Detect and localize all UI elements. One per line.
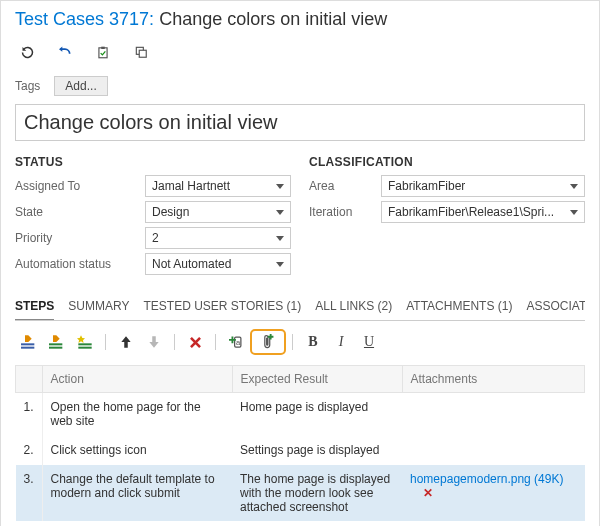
step-attachments[interactable] [402,393,584,436]
assigned-to-label: Assigned To [15,179,145,193]
step-action[interactable]: Change the default template to modern an… [42,465,232,522]
step-number: 2. [16,436,43,465]
chevron-down-icon [276,262,284,267]
italic-icon[interactable]: I [327,331,355,353]
svg-rect-9 [78,347,91,349]
clipboard-icon[interactable] [95,44,111,60]
classification-section: CLASSIFICATION Area FabrikamFiber Iterat… [309,155,585,279]
step-action[interactable]: Open the home page for the web site [42,393,232,436]
step-expected[interactable]: Home page is displayed [232,393,402,436]
insert-parameter-icon[interactable]: a [222,331,250,353]
separator [105,334,106,350]
create-shared-steps-icon[interactable] [71,331,99,353]
priority-label: Priority [15,231,145,245]
svg-rect-7 [49,347,62,349]
move-up-icon[interactable] [112,331,140,353]
separator [215,334,216,350]
priority-dropdown[interactable]: 2 [145,227,291,249]
svg-rect-4 [21,343,34,345]
svg-rect-6 [49,343,62,345]
delete-step-icon[interactable] [181,331,209,353]
steps-toolbar: a B I U [15,321,585,361]
tab-tested-stories[interactable]: TESTED USER STORIES (1) [143,293,301,320]
svg-rect-1 [101,46,105,48]
tags-row: Tags Add... [15,76,585,96]
insert-step-icon[interactable] [15,331,43,353]
step-attachments[interactable] [402,436,584,465]
step-action[interactable]: Click settings icon [42,436,232,465]
automation-status-label: Automation status [15,257,145,271]
step-number: 3. [16,465,43,522]
col-expected[interactable]: Expected Result [232,366,402,393]
insert-shared-step-icon[interactable] [43,331,71,353]
step-number: 1. [16,393,43,436]
step-attachments[interactable]: homepagemodern.png (49K) ✕ [402,465,584,522]
state-label: State [15,205,145,219]
state-dropdown[interactable]: Design [145,201,291,223]
table-row[interactable]: 2. Click settings icon Settings page is … [16,436,585,465]
add-attachment-icon[interactable] [254,331,282,353]
area-label: Area [309,179,381,193]
chevron-down-icon [276,184,284,189]
title-input[interactable] [15,104,585,141]
svg-rect-5 [21,347,34,349]
tab-all-links[interactable]: ALL LINKS (2) [315,293,392,320]
copy-icon[interactable] [133,44,149,60]
underline-icon[interactable]: U [355,331,383,353]
remove-attachment-icon[interactable]: ✕ [423,486,433,500]
work-item-form: Test Cases 3717: Change colors on initia… [0,0,600,526]
col-attachments[interactable]: Attachments [402,366,584,393]
move-down-icon [140,331,168,353]
tab-strip: STEPS SUMMARY TESTED USER STORIES (1) AL… [15,293,585,321]
col-number [16,366,43,393]
attachment-link[interactable]: homepagemodern.png (49K) [410,472,563,486]
step-expected[interactable]: The home page is displayed with the mode… [232,465,402,522]
table-row[interactable]: 3. Change the default template to modern… [16,465,585,522]
svg-text:a: a [235,338,240,347]
steps-grid: Action Expected Result Attachments 1. Op… [15,365,585,521]
svg-rect-0 [99,47,107,57]
highlighted-attach-button [250,329,286,355]
chevron-down-icon [570,210,578,215]
work-item-title-static: Change colors on initial view [159,9,387,29]
tags-label: Tags [15,79,40,93]
bold-icon[interactable]: B [299,331,327,353]
chevron-down-icon [276,210,284,215]
area-dropdown[interactable]: FabrikamFiber [381,175,585,197]
add-tag-button[interactable]: Add... [54,76,107,96]
status-heading: STATUS [15,155,291,169]
tab-associated-automation[interactable]: ASSOCIATED AUTOMAT... [526,293,585,320]
separator [174,334,175,350]
chevron-down-icon [276,236,284,241]
status-section: STATUS Assigned To Jamal Hartnett State … [15,155,291,279]
tab-steps[interactable]: STEPS [15,293,54,321]
iteration-dropdown[interactable]: FabrikamFiber\Release1\Spri... [381,201,585,223]
undo-icon[interactable] [57,44,73,60]
breadcrumb: Test Cases 3717: Change colors on initia… [15,9,585,30]
assigned-to-dropdown[interactable]: Jamal Hartnett [145,175,291,197]
tab-attachments[interactable]: ATTACHMENTS (1) [406,293,512,320]
svg-rect-8 [78,343,91,345]
iteration-label: Iteration [309,205,381,219]
automation-status-dropdown[interactable]: Not Automated [145,253,291,275]
tab-summary[interactable]: SUMMARY [68,293,129,320]
chevron-down-icon [570,184,578,189]
step-expected[interactable]: Settings page is displayed [232,436,402,465]
col-action[interactable]: Action [42,366,232,393]
form-toolbar [15,40,585,70]
refresh-icon[interactable] [19,44,35,60]
svg-rect-3 [139,50,146,57]
separator [292,334,293,350]
work-item-type-link[interactable]: Test Cases 3717 [15,9,149,29]
table-row[interactable]: 1. Open the home page for the web site H… [16,393,585,436]
classification-heading: CLASSIFICATION [309,155,585,169]
